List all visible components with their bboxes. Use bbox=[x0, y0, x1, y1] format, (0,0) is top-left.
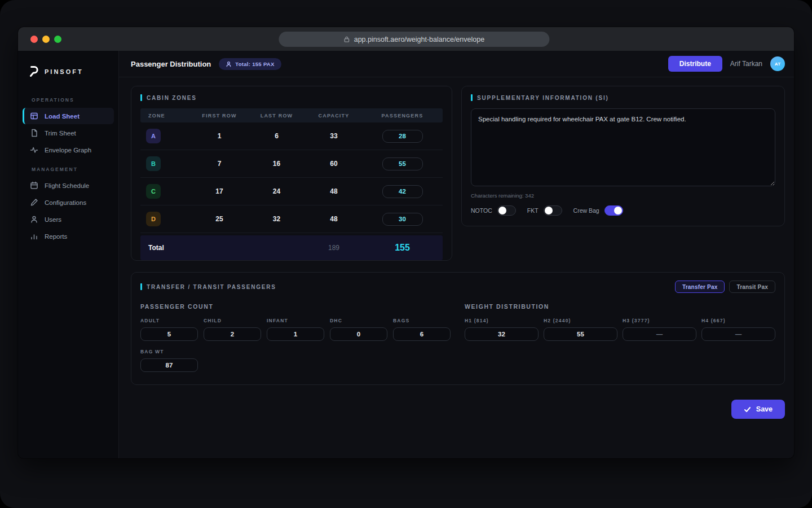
zoom-window-button[interactable] bbox=[54, 36, 61, 43]
sidebar-item-users[interactable]: Users bbox=[23, 211, 114, 227]
minimize-window-button[interactable] bbox=[42, 36, 50, 43]
passenger-count-block: PASSENGER COUNT ADULT CHILD bbox=[140, 303, 454, 372]
sidebar-item-configurations[interactable]: Configurations bbox=[23, 194, 114, 211]
col-header-capacity: CAPACITY bbox=[306, 113, 362, 119]
first-row-value: 1 bbox=[191, 132, 248, 140]
transfer-pax-tab[interactable]: Transfer Pax bbox=[675, 281, 725, 293]
chars-remaining: Characters remaining: 342 bbox=[471, 192, 775, 199]
adult-input[interactable] bbox=[140, 327, 198, 341]
capacity-value: 33 bbox=[306, 132, 362, 140]
brand-name: PINSOFT bbox=[45, 68, 83, 75]
supplementary-info-card: SUPPLEMENTARY INFORMATION (SI) Special h… bbox=[461, 86, 785, 226]
passengers-input-zone-a[interactable] bbox=[382, 130, 423, 143]
passengers-input-zone-d[interactable] bbox=[382, 213, 423, 226]
dhc-label: DHC bbox=[330, 318, 387, 323]
notoc-toggle[interactable] bbox=[497, 205, 516, 216]
envelope-graph-icon bbox=[30, 146, 38, 154]
distribute-button[interactable]: Distribute bbox=[668, 56, 722, 72]
sidebar-item-flight-schedule[interactable]: Flight Schedule bbox=[23, 177, 114, 194]
pax-person-icon bbox=[226, 61, 232, 67]
h3-input[interactable] bbox=[623, 327, 696, 341]
sidebar: PINSOFT OPERATIONS Load Sheet Trim Sheet bbox=[18, 51, 119, 458]
h2-input[interactable] bbox=[544, 327, 617, 341]
sidebar-item-reports[interactable]: Reports bbox=[23, 228, 114, 244]
close-window-button[interactable] bbox=[30, 36, 38, 43]
sidebar-item-label: Envelope Graph bbox=[45, 147, 91, 154]
table-row-zone-c: C 17 24 48 bbox=[140, 178, 443, 205]
h4-label: H4 (667) bbox=[701, 318, 775, 323]
page-title: Passenger Distribution bbox=[131, 60, 211, 68]
address-bar[interactable]: app.pinsoft.aero/weight-balance/envelope bbox=[279, 32, 549, 47]
bags-label: BAGS bbox=[393, 318, 451, 323]
h4-input[interactable] bbox=[701, 327, 775, 341]
fkt-label: FKT bbox=[527, 207, 539, 214]
transfer-title: TRANSFER / TRANSIT PASSENGERS bbox=[140, 283, 276, 290]
last-row-value: 24 bbox=[248, 187, 306, 195]
title-accent-bar bbox=[140, 94, 142, 101]
sidebar-item-label: Flight Schedule bbox=[45, 182, 89, 189]
calendar-icon bbox=[30, 181, 38, 190]
avatar[interactable]: AT bbox=[770, 56, 785, 71]
desktop-background: app.pinsoft.aero/weight-balance/envelope… bbox=[0, 0, 812, 508]
transfer-title-text: TRANSFER / TRANSIT PASSENGERS bbox=[147, 284, 276, 290]
h1-input[interactable] bbox=[465, 327, 539, 341]
bar-chart-icon bbox=[30, 232, 38, 240]
col-header-first-row: FIRST ROW bbox=[191, 113, 248, 119]
browser-window: app.pinsoft.aero/weight-balance/envelope… bbox=[18, 27, 794, 458]
transit-pax-tab[interactable]: Transit Pax bbox=[729, 281, 775, 293]
user-icon bbox=[30, 215, 38, 224]
pinsoft-logo-icon bbox=[28, 65, 39, 78]
col-header-zone: ZONE bbox=[140, 113, 191, 119]
nav-section-operations: OPERATIONS bbox=[18, 89, 118, 107]
weight-distribution-block: WEIGHT DISTRIBUTION H1 (814) H2 (2440) bbox=[454, 303, 775, 372]
h2-label: H2 (2440) bbox=[544, 318, 617, 323]
capacity-value: 48 bbox=[306, 215, 362, 223]
zone-badge-d: D bbox=[146, 212, 161, 226]
child-input[interactable] bbox=[204, 327, 261, 341]
cabin-zones-title: CABIN ZONES bbox=[140, 94, 443, 101]
passengers-input-zone-b[interactable] bbox=[382, 157, 423, 170]
bags-input[interactable] bbox=[393, 327, 451, 341]
user-name: Arif Tarkan bbox=[730, 60, 762, 68]
last-row-value: 16 bbox=[248, 160, 306, 168]
sidebar-item-load-sheet[interactable]: Load Sheet bbox=[23, 108, 114, 124]
child-label: CHILD bbox=[204, 318, 261, 323]
brand-logo[interactable]: PINSOFT bbox=[18, 51, 118, 89]
last-row-value: 6 bbox=[248, 132, 306, 140]
infant-input[interactable] bbox=[267, 327, 324, 341]
total-pax-text: Total: 155 PAX bbox=[235, 61, 274, 67]
save-button[interactable]: Save bbox=[731, 400, 785, 419]
pencil-icon bbox=[30, 198, 38, 207]
bag-wt-input[interactable] bbox=[140, 358, 198, 372]
si-textarea[interactable]: Special handling required for wheelchair… bbox=[471, 108, 775, 186]
transfer-transit-card: TRANSFER / TRANSIT PASSENGERS Transfer P… bbox=[131, 272, 785, 385]
cabin-zones-table: ZONE FIRST ROW LAST ROW CAPACITY PASSENG… bbox=[140, 108, 443, 260]
weight-distribution-title: WEIGHT DISTRIBUTION bbox=[465, 303, 775, 310]
adult-label: ADULT bbox=[140, 318, 198, 323]
total-label: Total bbox=[140, 244, 191, 252]
si-toggles: NOTOC FKT Crew Bag bbox=[471, 205, 775, 216]
sidebar-item-trim-sheet[interactable]: Trim Sheet bbox=[23, 125, 114, 141]
toggle-knob bbox=[614, 207, 622, 214]
notoc-label: NOTOC bbox=[471, 207, 492, 214]
window-controls bbox=[30, 36, 61, 43]
first-row-value: 7 bbox=[191, 160, 248, 168]
url-text: app.pinsoft.aero/weight-balance/envelope bbox=[354, 36, 484, 43]
first-row-value: 25 bbox=[191, 215, 248, 223]
dhc-input[interactable] bbox=[330, 327, 387, 341]
check-icon bbox=[744, 406, 751, 413]
fkt-toggle[interactable] bbox=[544, 205, 562, 216]
save-button-label: Save bbox=[756, 405, 773, 413]
col-header-last-row: LAST ROW bbox=[248, 113, 306, 119]
total-passengers: 155 bbox=[362, 243, 443, 253]
title-accent-bar bbox=[140, 283, 142, 290]
bag-wt-label: BAG WT bbox=[140, 349, 198, 354]
sidebar-item-envelope-graph[interactable]: Envelope Graph bbox=[23, 142, 114, 158]
h1-label: H1 (814) bbox=[465, 318, 539, 323]
last-row-value: 32 bbox=[248, 215, 306, 223]
passengers-input-zone-c[interactable] bbox=[382, 185, 423, 198]
nav-section-management: MANAGEMENT bbox=[18, 159, 118, 177]
si-title-text: SUPPLEMENTARY INFORMATION (SI) bbox=[477, 95, 609, 101]
crew-bag-toggle[interactable] bbox=[604, 205, 623, 216]
passenger-count-title: PASSENGER COUNT bbox=[140, 303, 454, 310]
